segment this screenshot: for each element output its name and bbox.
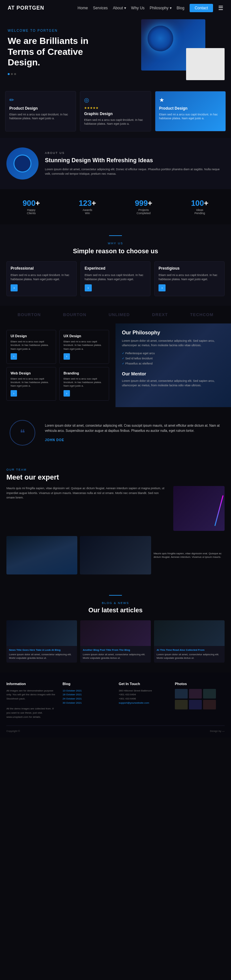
nav-about[interactable]: About ▾ bbox=[113, 6, 126, 10]
phil-brand-btn[interactable]: › bbox=[64, 390, 70, 396]
nav-blog[interactable]: Blog bbox=[177, 6, 185, 10]
why-card-btn-3[interactable]: › bbox=[158, 284, 166, 291]
about-content: ABOUT US Stunning Design With Refreshing… bbox=[45, 151, 225, 176]
team-tag: OUR TEAM bbox=[6, 468, 225, 471]
brands-section: BOURTON BOURTON UNLIMED DREXT TECHCOM bbox=[0, 306, 231, 323]
footer-photo-4 bbox=[175, 700, 188, 710]
footer-info-title: Information bbox=[6, 682, 56, 686]
why-card-title-3: Prestigious bbox=[158, 266, 220, 270]
phil-cards: UI Design Etiam sed mi a arcu sus capit … bbox=[6, 330, 109, 401]
nav-why-us[interactable]: Why Us bbox=[131, 6, 145, 10]
why-card-btn-2[interactable]: › bbox=[85, 284, 92, 291]
footer-blog-link-3[interactable]: 24 October 2021 bbox=[62, 697, 112, 701]
footer-email[interactable]: support@yourwebsite.com bbox=[119, 701, 169, 705]
brand-drext: DREXT bbox=[152, 312, 168, 317]
philosophy-checklist: Pellentesque eget arcu Sed id tellus tin… bbox=[122, 351, 225, 366]
footer-phone-1: +001 433 6494 bbox=[119, 693, 169, 697]
hero-content: WELCOME TO PORTGEN We are Brilliants in … bbox=[8, 29, 223, 75]
blog-thumb-2 bbox=[80, 620, 151, 646]
about-avatar bbox=[6, 148, 38, 180]
about-image-wrap bbox=[6, 148, 38, 180]
team-photos: Mauris quis fringilla sapien, vitae dign… bbox=[6, 536, 225, 574]
blog-text-1: Lorem ipsum dolor sit amet, consectetur … bbox=[9, 653, 75, 660]
hero-tag: WELCOME TO PORTGEN bbox=[8, 29, 223, 32]
team-description: Mauris quis mi fringilla sapien, vitae d… bbox=[6, 486, 167, 500]
footer-phone-2: +001 433 6496 bbox=[119, 697, 169, 701]
our-mentor: Our Mentor Lorem ipsum dolor sit amet, c… bbox=[122, 371, 225, 388]
service-card-product-design-active: ★ Product Design Etiam sed mi a arcu sus… bbox=[155, 91, 226, 131]
blog-card-2: Another Blog Post Title From The Blog Lo… bbox=[80, 620, 151, 662]
our-mentor-text: Lorem ipsum dolor sit amet, consectetur … bbox=[122, 379, 225, 388]
phil-brand-title: Branding bbox=[64, 371, 105, 375]
blog-section: BLOG & NEWS Our latest articles News Tit… bbox=[0, 584, 231, 672]
why-us-title: Simple reason to choose us bbox=[6, 248, 225, 255]
nav-services[interactable]: Services bbox=[93, 6, 108, 10]
why-cards: Professional Etiam sed mi a arcu sus cap… bbox=[6, 261, 225, 296]
brand-bourton-2: BOURTON bbox=[63, 312, 86, 317]
testimonial-content: Lorem ipsum dolor sit amet, consectetur … bbox=[45, 423, 221, 442]
stat-num-3: 999+ bbox=[135, 199, 152, 208]
blog-thumb-1 bbox=[6, 620, 77, 646]
why-card-btn-1[interactable]: › bbox=[11, 284, 18, 291]
phil-ux-text: Etiam sed mi a arcu sus capit tincidunt.… bbox=[64, 340, 105, 351]
phil-ui-btn[interactable]: › bbox=[11, 353, 17, 360]
quote-icon: ❝ bbox=[20, 427, 25, 439]
hero-title: We are Brilliants in Terms of Creative D… bbox=[8, 36, 97, 68]
hero-section: WELCOME TO PORTGEN We are Brilliants in … bbox=[0, 16, 231, 84]
stat-label-3: ProjectsCompleted bbox=[135, 208, 152, 215]
nav-home[interactable]: Home bbox=[78, 6, 88, 10]
service-text-3: Etiam sed mi a arcu sus capit tincidunt.… bbox=[159, 113, 222, 121]
star-icon: ★ bbox=[159, 97, 222, 103]
quote-circle: ❝ bbox=[10, 420, 35, 445]
hero-dot-1[interactable] bbox=[8, 73, 10, 75]
footer-grid: Information All images are for demonstra… bbox=[6, 682, 225, 719]
nav-contact-button[interactable]: Contact bbox=[190, 4, 213, 12]
blog-tag-1: News Title Goes Here Take A Look At Blog bbox=[9, 649, 75, 651]
nav-philosophy[interactable]: Philosophy ▾ bbox=[150, 6, 172, 10]
footer-col-info: Information All images are for demonstra… bbox=[6, 682, 56, 719]
team-photo-2 bbox=[80, 536, 151, 574]
team-section: OUR TEAM Meet our expert Mauris quis mi … bbox=[0, 458, 231, 584]
why-card-title-2: Experinced bbox=[85, 266, 147, 270]
philosophy-section: UI Design Etiam sed mi a arcu sus capit … bbox=[0, 323, 231, 407]
team-photo-caption: Mauris quis fringilla sapien, vitae dign… bbox=[154, 552, 225, 559]
blog-card-3: At This Time Read Also Collected From Lo… bbox=[154, 620, 225, 662]
team-text: Mauris quis mi fringilla sapien, vitae d… bbox=[6, 486, 167, 500]
phil-ux-btn[interactable]: › bbox=[64, 353, 70, 360]
footer-photo-6 bbox=[203, 700, 216, 710]
why-card-title-1: Professional bbox=[11, 266, 73, 270]
services-section: ✏ Product Design Etiam sed mi a arcu sus… bbox=[0, 84, 231, 138]
phil-card-web: Web Design Etiam sed mi a arcu sus capit… bbox=[6, 367, 56, 401]
footer-info-text: All images are for demonstration purpose… bbox=[6, 689, 56, 701]
footer: Information All images are for demonstra… bbox=[0, 672, 231, 738]
check-item-1: Pellentesque eget arcu bbox=[122, 351, 225, 356]
hero-dot-3[interactable] bbox=[14, 73, 16, 75]
why-card-text-1: Etiam sed mi a arcu sus capit tincidunt.… bbox=[11, 273, 73, 281]
footer-blog-link-4[interactable]: 30 October 2021 bbox=[62, 701, 112, 705]
footer-design-by: Design by — bbox=[210, 730, 225, 732]
hamburger-icon[interactable]: ☰ bbox=[218, 5, 223, 11]
blog-tag-2: Another Blog Post Title From The Blog bbox=[83, 649, 148, 651]
team-photo-text-area: Mauris quis fringilla sapien, vitae dign… bbox=[154, 536, 225, 574]
phil-web-title: Web Design bbox=[11, 371, 52, 375]
brand-bourton-1: BOURTON bbox=[18, 312, 41, 317]
footer-bottom: Copyright © Design by — bbox=[6, 725, 225, 732]
stat-num-1: 900+ bbox=[22, 199, 40, 208]
hero-dot-2[interactable] bbox=[11, 73, 13, 75]
team-photo-1 bbox=[6, 536, 77, 574]
blog-divider bbox=[109, 595, 122, 596]
why-card-text-3: Etiam sed mi a arcu sus capit tincidunt.… bbox=[158, 273, 220, 281]
phil-web-btn[interactable]: › bbox=[11, 390, 17, 396]
service-title-1: Product Design bbox=[9, 106, 72, 111]
footer-blog-link-2[interactable]: 18 October 2021 bbox=[62, 693, 112, 697]
team-title: Meet our expert bbox=[6, 473, 225, 482]
about-section: ABOUT US Stunning Design With Refreshing… bbox=[0, 138, 231, 189]
footer-blog-link-1[interactable]: 13 October 2021 bbox=[62, 689, 112, 693]
service-title-3: Product Design bbox=[159, 106, 222, 111]
footer-copyright: Copyright © bbox=[6, 730, 20, 732]
phil-card-ux: UX Design Etiam sed mi a arcu sus capit … bbox=[59, 330, 109, 364]
stat-awards: 123+ AwardsWin bbox=[79, 199, 96, 215]
our-philosophy-title: Our Philosophy bbox=[122, 330, 225, 336]
footer-address: 360 Hillcrest Street Baltimore bbox=[119, 689, 169, 693]
circle-icon: ◎ bbox=[84, 97, 147, 103]
